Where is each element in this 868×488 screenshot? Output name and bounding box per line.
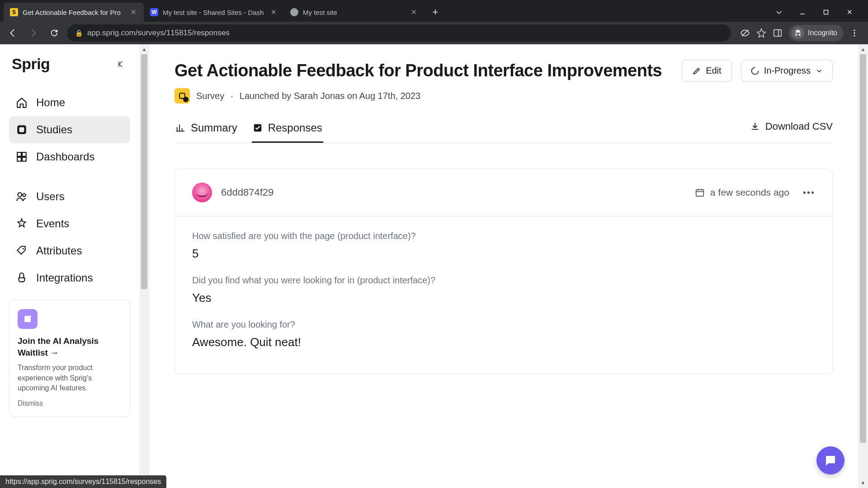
main-scrollbar[interactable]: ▲ ▼: [858, 44, 868, 488]
browser-tab-0[interactable]: S Get Actionable Feedback for Pro ✕: [4, 3, 144, 22]
svg-rect-12: [17, 157, 21, 161]
meta-text: Launched by Sarah Jonas on Aug 17th, 202…: [240, 91, 420, 101]
sidebar: Sprig Home Studies Dashboards Users Even…: [0, 44, 139, 488]
svg-rect-18: [179, 93, 185, 99]
menu-kebab-icon[interactable]: [850, 28, 859, 38]
tab-responses[interactable]: Responses: [252, 117, 323, 143]
promo-dismiss-button[interactable]: Dismiss: [18, 399, 122, 408]
collapse-sidebar-button[interactable]: [115, 58, 127, 70]
answer-text: Awesome. Quit neat!: [192, 335, 815, 349]
integrations-icon: [15, 272, 28, 284]
incognito-icon: [792, 27, 804, 39]
nav-label: Users: [36, 190, 65, 203]
response-id[interactable]: 6ddd874f29: [221, 187, 274, 198]
maximize-button[interactable]: [816, 5, 836, 20]
avatar: [192, 183, 212, 202]
bookmark-star-icon[interactable]: [756, 28, 766, 38]
tab-label: Responses: [268, 122, 322, 134]
svg-rect-1: [824, 10, 828, 14]
svg-point-7: [854, 35, 855, 36]
sidebar-scrollbar[interactable]: ▲ ▼: [139, 44, 149, 488]
users-icon: [15, 190, 28, 203]
sidebar-item-attributes[interactable]: Attributes: [9, 237, 130, 264]
close-window-button[interactable]: ✕: [839, 5, 860, 20]
reload-button[interactable]: [46, 25, 62, 41]
svg-rect-20: [696, 190, 704, 197]
sidebar-item-users[interactable]: Users: [9, 183, 130, 210]
window-controls: ✕: [769, 5, 864, 20]
response-timestamp: a few seconds ago: [695, 187, 789, 198]
close-icon[interactable]: ✕: [269, 8, 278, 16]
sidebar-item-integrations[interactable]: Integrations: [9, 264, 130, 291]
download-csv-button[interactable]: Download CSV: [750, 121, 833, 140]
calendar-icon: [695, 188, 705, 197]
tab-title: Get Actionable Feedback for Pro: [23, 9, 125, 16]
profile-incognito[interactable]: Incognito: [789, 25, 844, 41]
scrollbar-thumb[interactable]: [141, 54, 147, 289]
browser-tab-2[interactable]: My test site ✕: [284, 3, 424, 22]
chart-icon: [175, 123, 185, 133]
question-text: How satisfied are you with the page (pro…: [192, 231, 815, 241]
promo-body: Transform your product experience with S…: [18, 363, 122, 393]
sidebar-item-home[interactable]: Home: [9, 89, 130, 116]
svg-rect-10: [17, 152, 21, 156]
sidebar-item-dashboards[interactable]: Dashboards: [9, 143, 130, 170]
forward-button[interactable]: [25, 25, 42, 41]
svg-rect-9: [19, 127, 24, 132]
nav-label: Studies: [36, 123, 72, 136]
home-icon: [15, 96, 28, 109]
attributes-icon: [15, 244, 28, 257]
answer-text: 5: [192, 247, 815, 261]
tab-title: My test site: [303, 9, 405, 16]
side-panel-icon[interactable]: [773, 28, 783, 38]
question-text: Did you find what you were looking for i…: [192, 275, 815, 286]
sidebar-item-studies[interactable]: Studies: [9, 116, 130, 143]
dashboards-icon: [15, 150, 28, 163]
nav-label: Attributes: [36, 244, 82, 257]
question-text: What are you looking for?: [192, 319, 815, 330]
ai-sparkle-icon: [18, 309, 38, 329]
chevron-down-icon: [815, 67, 823, 75]
sidebar-item-events[interactable]: Events: [9, 210, 130, 237]
timestamp-text: a few seconds ago: [710, 187, 789, 198]
qa-block: Did you find what you were looking for i…: [192, 275, 815, 305]
spinner-icon: [750, 66, 760, 75]
scroll-up-icon[interactable]: ▲: [142, 44, 147, 54]
checkbox-icon: [253, 123, 263, 133]
url-input[interactable]: 🔒 app.sprig.com/surveys/115815/responses: [67, 24, 731, 42]
page-viewport: Sprig Home Studies Dashboards Users Even…: [0, 44, 868, 488]
url-text: app.sprig.com/surveys/115815/responses: [87, 28, 230, 38]
scroll-down-icon[interactable]: ▼: [861, 478, 866, 488]
download-icon: [750, 122, 760, 131]
status-dropdown[interactable]: In-Progress: [741, 60, 833, 82]
scrollbar-thumb[interactable]: [860, 54, 866, 443]
more-menu-button[interactable]: •••: [803, 188, 815, 198]
scroll-up-icon[interactable]: ▲: [861, 44, 866, 54]
svg-rect-13: [22, 157, 26, 161]
back-button[interactable]: [5, 25, 21, 41]
tabs-dropdown-icon[interactable]: [769, 5, 789, 20]
content-tabs: Summary Responses Download CSV: [175, 117, 833, 143]
eye-off-icon[interactable]: [740, 28, 750, 38]
survey-meta: Survey · Launched by Sarah Jonas on Aug …: [175, 88, 833, 103]
address-bar: 🔒 app.sprig.com/surveys/115815/responses…: [0, 22, 868, 44]
tab-summary[interactable]: Summary: [175, 117, 238, 143]
main-content: Get Actionable Feedback for Product Inte…: [149, 44, 858, 488]
download-label: Download CSV: [765, 121, 833, 132]
intercom-chat-button[interactable]: [816, 446, 844, 474]
studies-icon: [15, 123, 28, 136]
close-icon[interactable]: ✕: [410, 8, 418, 16]
svg-point-14: [18, 192, 22, 197]
minimize-button[interactable]: [792, 5, 813, 20]
edit-button[interactable]: Edit: [682, 60, 731, 82]
close-icon[interactable]: ✕: [129, 8, 137, 16]
qa-block: How satisfied are you with the page (pro…: [192, 231, 815, 261]
edit-label: Edit: [706, 66, 721, 76]
new-tab-button[interactable]: +: [428, 5, 443, 20]
status-label: In-Progress: [764, 66, 811, 76]
logo[interactable]: Sprig: [12, 55, 50, 73]
globe-favicon-icon: [290, 8, 298, 16]
nav-label: Integrations: [36, 272, 93, 284]
promo-title[interactable]: Join the AI Analysis Waitlist →: [18, 335, 122, 358]
browser-tab-1[interactable]: W My test site - Shared Sites - Dash ✕: [144, 3, 284, 22]
